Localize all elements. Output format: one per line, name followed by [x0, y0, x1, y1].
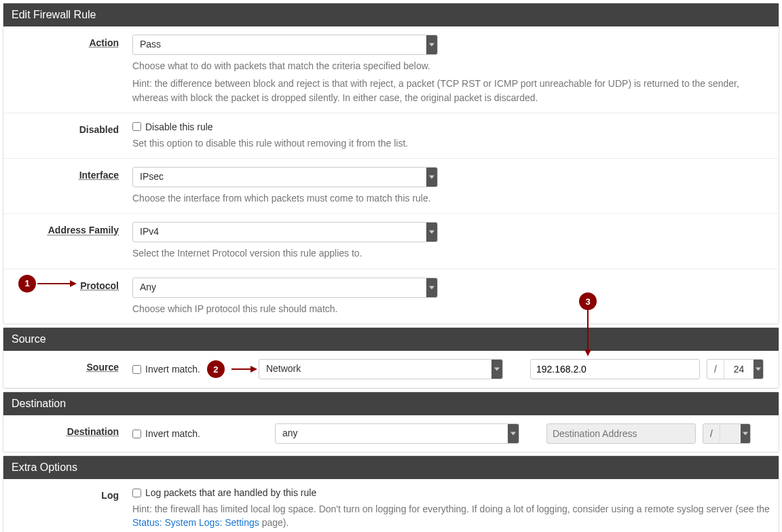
disabled-help: Set this option to disable this rule wit…	[132, 136, 772, 150]
source-invert-checkbox[interactable]	[132, 365, 141, 374]
panel-edit-firewall-rule: Edit Firewall Rule Action Pass Choose wh…	[3, 3, 779, 324]
destination-type-select[interactable]: any	[275, 423, 519, 444]
label-source: Source	[10, 359, 132, 373]
row-interface: Interface IPsec Choose the interface fro…	[3, 159, 779, 214]
address-family-help: Select the Internet Protocol version thi…	[132, 246, 772, 260]
action-help-2: Hint: the difference between block and r…	[132, 77, 772, 104]
action-help-1: Choose what to do with packets that matc…	[132, 59, 772, 73]
log-checkbox[interactable]	[132, 489, 141, 497]
row-source: Source Invert match. 2 Network / 24	[3, 351, 779, 388]
callout-1-arrow	[37, 283, 71, 284]
chevron-down-icon	[753, 360, 763, 379]
callout-1: 1	[18, 275, 36, 292]
row-disabled: Disabled Disable this rule Set this opti…	[3, 113, 779, 159]
label-log: Log	[10, 487, 132, 501]
action-select[interactable]: Pass	[132, 35, 438, 55]
chevron-down-icon	[491, 360, 502, 379]
panel-heading-extra: Extra Options	[3, 456, 779, 479]
panel-heading-source: Source	[3, 328, 779, 351]
destination-mask-select[interactable]: /	[703, 423, 751, 444]
panel-extra-options: Extra Options Log Log packets that are h…	[3, 455, 779, 532]
disabled-checkbox[interactable]	[132, 122, 141, 131]
protocol-select[interactable]: Any	[132, 278, 438, 298]
address-family-select[interactable]: IPv4	[132, 222, 438, 242]
panel-heading-destination: Destination	[3, 392, 779, 415]
row-protocol: Protocol Any Choose which IP protocol th…	[3, 269, 779, 324]
chevron-down-icon	[426, 278, 437, 297]
log-settings-link[interactable]: Status: System Logs: Settings	[132, 517, 259, 528]
label-interface: Interface	[10, 167, 132, 180]
source-type-select[interactable]: Network	[259, 359, 503, 379]
callout-2: 2	[207, 360, 225, 378]
source-address-input[interactable]	[530, 359, 700, 379]
row-address-family: Address Family IPv4 Select the Internet …	[3, 214, 779, 269]
destination-invert-checkbox[interactable]	[132, 430, 141, 438]
interface-select[interactable]: IPsec	[132, 167, 438, 187]
row-destination: Destination Invert match. any /	[3, 415, 779, 452]
label-destination: Destination	[10, 423, 132, 437]
chevron-down-icon	[741, 424, 750, 443]
log-checkbox-label: Log packets that are handled by this rul…	[145, 487, 316, 498]
label-action: Action	[10, 35, 132, 48]
source-mask-select[interactable]: / 24	[707, 359, 764, 379]
panel-destination: Destination Destination Invert match. an…	[3, 392, 779, 453]
chevron-down-icon	[508, 424, 519, 443]
interface-help: Choose the interface from which packets …	[132, 191, 772, 205]
panel-heading-edit: Edit Firewall Rule	[3, 3, 779, 26]
callout-2-arrow	[231, 368, 252, 370]
protocol-help: Choose which IP protocol this rule shoul…	[132, 302, 772, 316]
chevron-down-icon	[426, 35, 437, 54]
label-disabled: Disabled	[10, 121, 132, 135]
source-invert-label: Invert match.	[145, 364, 200, 375]
row-log: Log Log packets that are handled by this…	[3, 479, 779, 532]
callout-3: 3	[579, 292, 597, 310]
row-action: Action Pass Choose what to do with packe…	[3, 26, 779, 113]
callout-3-arrow	[587, 310, 589, 351]
panel-source: Source Source Invert match. 2 Network /	[3, 327, 779, 389]
log-help: Hint: the firewall has limited local log…	[132, 502, 772, 530]
disabled-checkbox-label: Disable this rule	[145, 121, 213, 132]
destination-address-input	[546, 423, 696, 444]
chevron-down-icon	[426, 168, 437, 187]
destination-invert-label: Invert match.	[145, 428, 200, 439]
label-address-family: Address Family	[10, 222, 132, 235]
chevron-down-icon	[426, 223, 437, 242]
